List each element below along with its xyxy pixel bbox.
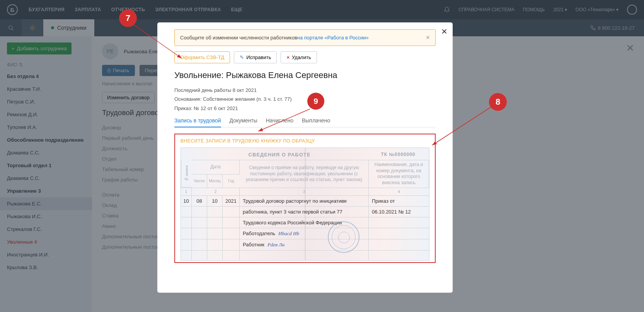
edit-button[interactable]: ✎ Исправить xyxy=(234,51,277,63)
last-day-text: Последний день работы 8 окт 2021 xyxy=(174,86,436,95)
col-month: Месяц xyxy=(207,174,223,187)
order-text: Приказ: № 12 от 6 окт 2021 xyxy=(174,104,436,113)
tab-paid[interactable]: Выплачено xyxy=(302,117,330,127)
modal-tabs: Запись в трудовой Документы Начислено Вы… xyxy=(174,117,436,127)
workbook-container: ВНЕСИТЕ ЗАПИСИ В ТРУДОВУЮ КНИЖКУ ПО ОБРА… xyxy=(174,134,436,263)
col-doc: Наименование, дата и номер документа, на… xyxy=(369,160,429,187)
annotation-7: 7 xyxy=(119,9,137,27)
wb-doc: 06.10.2021 № 12 xyxy=(369,206,429,217)
tab-accrued[interactable]: Начислено xyxy=(266,117,293,127)
szv-td-button[interactable]: Оформить СЗВ-ТД xyxy=(174,51,230,63)
annotation-9: 9 xyxy=(307,93,324,110)
workbook-sample: СВЕДЕНИЯ О РАБОТЕ ТК №0000000 № записи Д… xyxy=(181,148,429,260)
delete-button[interactable]: × Удалить xyxy=(281,51,317,63)
col-num: 2 xyxy=(192,188,240,195)
wb-no: 10 xyxy=(181,195,192,206)
wb-year: 2021 xyxy=(223,195,240,206)
col-num: 4 xyxy=(369,188,429,195)
col-date: Дата xyxy=(192,160,240,174)
close-icon[interactable]: × xyxy=(441,26,447,36)
warning-link[interactable]: на портале «Работа в России» xyxy=(297,35,369,41)
col-number: № записи xyxy=(181,160,192,187)
signature-icon: Рdев Лн xyxy=(267,242,285,248)
annotation-8: 8 xyxy=(489,93,507,111)
modal-info: Последний день работы 8 окт 2021 Основан… xyxy=(174,86,436,113)
signature-icon: Иbаcd Иb xyxy=(278,231,299,237)
workbook-instruction: ВНЕСИТЕ ЗАПИСИ В ТРУДОВУЮ КНИЖКУ ПО ОБРА… xyxy=(181,138,429,144)
col-day: Число xyxy=(192,174,207,187)
col-info: Сведения о приёме на работу, переводе на… xyxy=(240,160,369,187)
workbook-tk-number: ТК №0000000 xyxy=(367,152,429,158)
stamp-icon xyxy=(328,221,359,253)
wb-doc: Приказ от xyxy=(369,195,429,206)
wb-text: Трудовой договор расторгнут по инициатив… xyxy=(240,195,369,206)
col-num: 3 xyxy=(240,188,369,195)
tab-workbook-entry[interactable]: Запись в трудовой xyxy=(174,117,221,127)
col-year: Год xyxy=(223,174,240,187)
wb-text: работника, пункт 3 части первой статьи 7… xyxy=(240,206,369,217)
warning-text: Сообщите об изменении численности работн… xyxy=(180,35,297,41)
reason-text: Основание: Собственное желание (п. 3 ч. … xyxy=(174,95,436,103)
wb-day: 08 xyxy=(192,195,207,206)
workbook-center-title: СВЕДЕНИЯ О РАБОТЕ xyxy=(192,152,367,158)
edit-icon: ✎ xyxy=(240,54,244,60)
dismissal-modal: × Сообщите об изменении численности рабо… xyxy=(157,22,453,293)
delete-icon: × xyxy=(286,54,290,60)
col-num: 1 xyxy=(181,188,192,195)
warning-banner: Сообщите об изменении численности работн… xyxy=(174,29,436,46)
modal-title: Увольнение: Рыжакова Елена Сергеевна xyxy=(174,70,436,80)
wb-month: 10 xyxy=(207,195,223,206)
close-icon[interactable]: × xyxy=(426,34,430,42)
tab-documents[interactable]: Документы xyxy=(230,117,257,127)
